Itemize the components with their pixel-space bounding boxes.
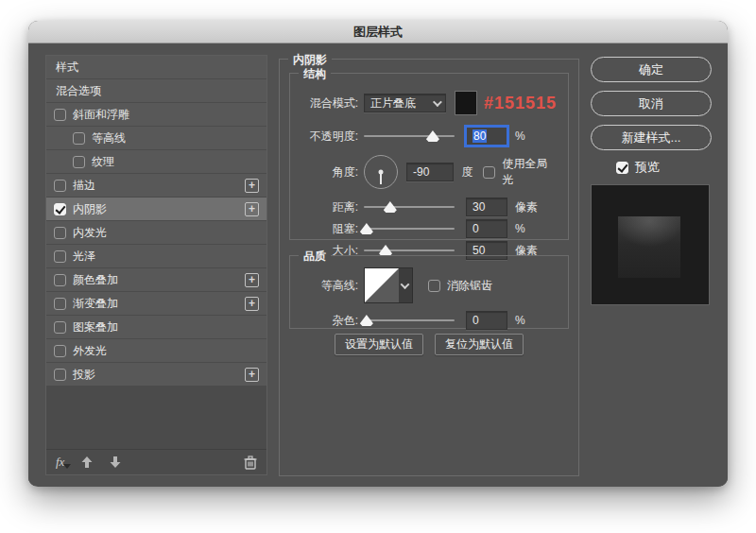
- layer-style-dialog: 图层样式 样式混合选项斜面和浮雕等高线纹理描边+内阴影+内发光光泽颜色叠加+渐变…: [28, 21, 728, 487]
- fx-menu-button[interactable]: fx: [56, 455, 64, 470]
- cancel-button[interactable]: 取消: [591, 91, 712, 116]
- add-effect-icon[interactable]: +: [245, 273, 259, 287]
- drop-shadow-checkbox[interactable]: [54, 369, 66, 381]
- sidebar-item-label: 混合选项: [56, 83, 101, 99]
- sidebar-item-contour[interactable]: 等高线: [46, 127, 266, 149]
- sidebar-item-label: 等高线: [92, 130, 126, 146]
- color-overlay-checkbox[interactable]: [54, 274, 66, 286]
- inner-shadow-panel: 内阴影 结构 混合模式: 正片叠底 #151515 不透明度:: [279, 59, 579, 476]
- reset-default-button[interactable]: 复位为默认值: [435, 334, 524, 355]
- add-effect-icon[interactable]: +: [245, 368, 259, 382]
- opacity-slider[interactable]: [364, 129, 455, 143]
- quality-group: 品质 等高线: 消除锯齿 杂色:: [289, 255, 569, 329]
- sidebar-item-label: 外发光: [73, 343, 107, 359]
- opacity-selected-text: 80: [472, 129, 487, 143]
- angle-dial[interactable]: [364, 155, 398, 189]
- sidebar-item-label: 光泽: [73, 249, 95, 265]
- add-effect-icon[interactable]: +: [245, 179, 259, 193]
- add-effect-icon[interactable]: +: [245, 297, 259, 311]
- texture-checkbox[interactable]: [73, 156, 85, 168]
- inner-shadow-checkbox[interactable]: [54, 203, 66, 215]
- distance-value: 30: [472, 200, 485, 214]
- sidebar-item-inner-shadow[interactable]: 内阴影+: [46, 198, 266, 220]
- opacity-row: 不透明度: 80 %: [301, 127, 557, 146]
- choke-label: 阻塞:: [301, 221, 358, 237]
- distance-label: 距离:: [301, 199, 358, 215]
- antialias-label: 消除锯齿: [447, 278, 492, 294]
- antialias-checkbox[interactable]: [428, 280, 440, 292]
- move-down-button[interactable]: [110, 456, 121, 468]
- contour-dropdown[interactable]: [399, 268, 412, 302]
- satin-checkbox[interactable]: [54, 250, 66, 263]
- contour-thumbnail: [365, 268, 399, 302]
- angle-value: -90: [413, 165, 429, 179]
- blend-mode-label: 混合模式:: [301, 95, 358, 112]
- sidebar-item-label: 描边: [73, 178, 95, 194]
- sidebar-item-blending-options[interactable]: 混合选项: [46, 79, 266, 102]
- move-up-button[interactable]: [81, 456, 93, 468]
- action-column: 确定 取消 新建样式... 预览: [591, 57, 712, 305]
- preview-checkbox[interactable]: [616, 162, 628, 174]
- sidebar-item-inner-glow[interactable]: 内发光: [46, 221, 266, 244]
- new-style-button[interactable]: 新建样式...: [591, 125, 712, 150]
- sidebar-item-label: 样式: [56, 60, 78, 76]
- sidebar-item-outer-glow[interactable]: 外发光: [46, 339, 266, 362]
- outer-glow-checkbox[interactable]: [54, 345, 66, 357]
- make-default-button[interactable]: 设置为默认值: [335, 334, 423, 355]
- distance-slider[interactable]: [364, 200, 455, 214]
- sidebar-item-label: 渐变叠加: [73, 296, 118, 312]
- sidebar-item-drop-shadow[interactable]: 投影+: [46, 363, 266, 386]
- default-buttons-row: 设置为默认值 复位为默认值: [280, 334, 578, 355]
- angle-unit: 度: [461, 164, 472, 181]
- opacity-input[interactable]: 80: [466, 127, 507, 146]
- sidebar-item-satin[interactable]: 光泽: [46, 245, 266, 267]
- stroke-checkbox[interactable]: [54, 180, 66, 192]
- distance-input[interactable]: 30: [466, 198, 507, 216]
- sidebar-item-label: 投影: [73, 367, 95, 383]
- blend-mode-select[interactable]: 正片叠底: [364, 94, 446, 112]
- sidebar-item-bevel-emboss[interactable]: 斜面和浮雕: [46, 103, 266, 126]
- choke-input[interactable]: 0: [466, 219, 507, 238]
- delete-effect-button[interactable]: [244, 456, 257, 470]
- choke-slider[interactable]: [364, 222, 455, 235]
- angle-input[interactable]: -90: [406, 163, 454, 181]
- contour-checkbox[interactable]: [73, 132, 85, 145]
- noise-row: 杂色: 0 %: [301, 311, 557, 330]
- add-effect-icon[interactable]: +: [245, 202, 259, 216]
- angle-pivot: [379, 170, 384, 175]
- distance-unit: 像素: [515, 199, 538, 215]
- ok-button[interactable]: 确定: [591, 57, 712, 82]
- contour-row: 等高线: 消除锯齿: [301, 267, 557, 303]
- sidebar-item-pattern-overlay[interactable]: 图案叠加: [46, 316, 266, 338]
- opacity-label: 不透明度:: [301, 129, 358, 145]
- contour-picker[interactable]: [364, 267, 413, 303]
- pattern-overlay-checkbox[interactable]: [54, 321, 66, 334]
- dialog-titlebar[interactable]: 图层样式: [28, 21, 728, 43]
- styles-list: 样式混合选项斜面和浮雕等高线纹理描边+内阴影+内发光光泽颜色叠加+渐变叠加+图案…: [46, 56, 266, 387]
- noise-unit: %: [515, 314, 525, 327]
- noise-slider[interactable]: [364, 314, 455, 327]
- slider-track: [364, 228, 455, 230]
- choke-value: 0: [472, 222, 479, 235]
- dialog-body: 样式混合选项斜面和浮雕等高线纹理描边+内阴影+内发光光泽颜色叠加+渐变叠加+图案…: [28, 43, 728, 486]
- bevel-emboss-checkbox[interactable]: [54, 109, 66, 121]
- use-global-light-checkbox[interactable]: [483, 166, 495, 179]
- inner-glow-checkbox[interactable]: [54, 227, 66, 239]
- opacity-unit: %: [515, 129, 525, 143]
- shadow-color-swatch[interactable]: [455, 91, 477, 115]
- angle-row: 角度: -90 度 使用全局光: [301, 155, 557, 189]
- distance-row: 距离: 30 像素: [301, 198, 557, 216]
- sidebar-item-color-overlay[interactable]: 颜色叠加+: [46, 268, 266, 291]
- sidebar-item-stroke[interactable]: 描边+: [46, 174, 266, 197]
- up-arrow-icon: [81, 456, 93, 468]
- noise-input[interactable]: 0: [466, 311, 507, 330]
- sidebar-item-label: 内发光: [73, 225, 107, 241]
- gradient-overlay-checkbox[interactable]: [54, 298, 66, 310]
- sidebar-spacer: [46, 387, 266, 449]
- choke-row: 阻塞: 0 %: [301, 219, 557, 238]
- sidebar-item-gradient-overlay[interactable]: 渐变叠加+: [46, 292, 266, 315]
- sidebar-item-label: 图案叠加: [73, 319, 118, 335]
- sidebar-item-styles[interactable]: 样式: [46, 56, 266, 78]
- sidebar-item-texture[interactable]: 纹理: [46, 150, 266, 173]
- noise-value: 0: [472, 314, 479, 327]
